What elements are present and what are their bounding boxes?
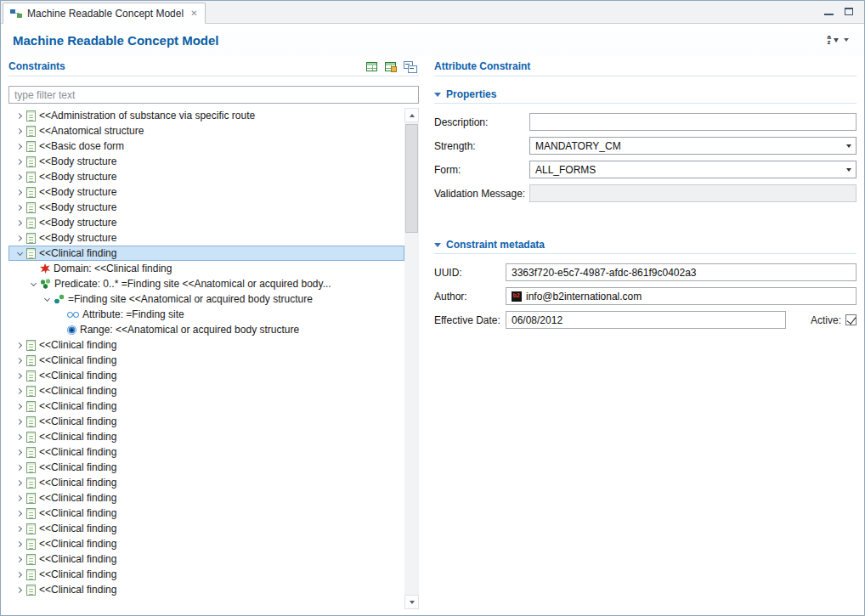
chevron-collapsed-icon[interactable] <box>14 435 25 439</box>
author-input[interactable]: info@b2international.com <box>506 287 857 305</box>
chevron-expanded-icon[interactable] <box>41 298 53 301</box>
tree-item[interactable]: <<Clinical finding <box>8 582 404 597</box>
tree-item[interactable]: <<Clinical finding <box>8 429 404 444</box>
chevron-expanded-icon[interactable] <box>27 283 39 285</box>
chevron-collapsed-icon[interactable] <box>14 557 25 562</box>
tree-item[interactable]: Range: <<Anatomical or acquired body str… <box>8 322 404 337</box>
tree-item[interactable]: Predicate: 0..* =Finding site <<Anatomic… <box>8 276 404 291</box>
uuid-row: UUID: <box>434 263 857 281</box>
tree-item[interactable]: <<Clinical finding <box>8 521 404 536</box>
chevron-collapsed-icon[interactable] <box>14 573 25 577</box>
tree-item[interactable]: <<Clinical finding <box>8 414 404 429</box>
tree-item[interactable]: <<Clinical finding <box>8 551 404 567</box>
scrollbar-thumb[interactable] <box>405 124 418 233</box>
chevron-collapsed-icon[interactable] <box>14 144 25 149</box>
tree-item[interactable]: <<Body structure <box>8 169 404 184</box>
chevron-collapsed-icon[interactable] <box>14 511 25 516</box>
tree-item[interactable]: <<Body structure <box>8 154 404 169</box>
filter-input[interactable] <box>8 86 419 104</box>
grid-tool-icon-1[interactable] <box>366 62 377 71</box>
tree-item[interactable]: <<Anatomical structure <box>8 123 404 138</box>
chevron-collapsed-icon[interactable] <box>14 221 25 225</box>
chevron-collapsed-icon[interactable] <box>14 588 25 592</box>
tree-item[interactable]: <<Clinical finding <box>8 383 404 398</box>
tree-item-label: <<Body structure <box>39 232 116 244</box>
constraints-panel-header: Constraints <box>8 57 419 76</box>
chevron-collapsed-icon[interactable] <box>14 129 25 133</box>
chevron-collapsed-icon[interactable] <box>14 343 25 348</box>
chevron-collapsed-icon[interactable] <box>14 496 25 500</box>
tree-item[interactable]: <<Clinical finding <box>8 368 404 383</box>
chevron-collapsed-icon[interactable] <box>14 190 25 195</box>
sort-button[interactable]: az <box>824 33 852 48</box>
chevron-collapsed-icon[interactable] <box>14 160 25 164</box>
validation-message-row: Validation Message: <box>434 184 857 202</box>
maximize-icon[interactable] <box>845 8 853 15</box>
uuid-input[interactable] <box>506 263 857 281</box>
tree-item[interactable]: <<Body structure <box>8 184 404 200</box>
tree-item[interactable]: <<Clinical finding <box>8 490 404 506</box>
constraint-metadata-section: Constraint metadata UUID: Author: info@b… <box>434 236 857 329</box>
tree-item[interactable]: <<Clinical finding <box>8 506 404 521</box>
tree-item[interactable]: <<Clinical finding <box>8 460 404 475</box>
active-checkbox[interactable] <box>845 314 857 325</box>
chevron-collapsed-icon[interactable] <box>14 236 25 240</box>
concept-icon <box>26 340 36 351</box>
chevron-collapsed-icon[interactable] <box>14 466 25 470</box>
properties-section-header: Properties <box>434 86 857 104</box>
close-icon[interactable]: ✕ <box>190 8 197 18</box>
tree-item-label: <<Clinical finding <box>39 247 116 259</box>
chevron-collapsed-icon[interactable] <box>14 374 25 378</box>
chevron-collapsed-icon[interactable] <box>14 175 25 179</box>
tree-item-label: <<Clinical finding <box>39 492 116 504</box>
tree-item-label: Attribute: =Finding site <box>82 308 184 320</box>
grid-tool-icon-2[interactable] <box>385 62 396 71</box>
chevron-collapsed-icon[interactable] <box>14 389 25 393</box>
tree-item[interactable]: <<Body structure <box>8 215 404 230</box>
tree-item[interactable]: =Finding site <<Anatomical or acquired b… <box>8 291 404 307</box>
tree-item[interactable]: <<Clinical finding <box>8 398 404 414</box>
chevron-collapsed-icon[interactable] <box>14 450 25 455</box>
tree-item[interactable]: <<Clinical finding <box>8 475 404 490</box>
strength-select[interactable]: MANDATORY_CM <box>529 137 857 155</box>
collapse-all-icon[interactable] <box>404 61 416 72</box>
attribute-constraint-panel: Attribute Constraint Properties Descript… <box>434 57 857 609</box>
twistie-expanded-icon[interactable] <box>434 93 441 97</box>
tree-item[interactable]: <<Clinical finding <box>8 444 404 460</box>
form-select[interactable]: ALL_FORMS <box>529 161 857 178</box>
chevron-collapsed-icon[interactable] <box>14 206 25 210</box>
chevron-expanded-icon[interactable] <box>14 252 25 255</box>
tree-item[interactable]: <<Clinical finding <box>8 337 404 353</box>
chevron-collapsed-icon[interactable] <box>14 359 25 363</box>
twistie-expanded-icon[interactable] <box>434 243 441 247</box>
tree-item-label: <<Clinical finding <box>39 553 116 565</box>
tree-item-label: Domain: <<Clinical finding <box>54 263 172 274</box>
tree-item[interactable]: <<Clinical finding <box>8 353 404 368</box>
validation-message-input <box>529 184 857 202</box>
chevron-collapsed-icon[interactable] <box>14 114 25 118</box>
tab-machine-readable-concept-model[interactable]: Machine Readable Concept Model ✕ <box>3 3 206 24</box>
tree-item[interactable]: <<Body structure <box>8 200 404 215</box>
tree-item[interactable]: Attribute: =Finding site <box>8 307 404 322</box>
tree-item[interactable]: <<Administration of substance via specif… <box>8 108 404 123</box>
scroll-up-icon[interactable] <box>404 108 419 122</box>
tree-item[interactable]: Domain: <<Clinical finding <box>8 261 404 276</box>
tree-item[interactable]: <<Basic dose form <box>8 138 404 154</box>
minimize-icon[interactable] <box>824 8 834 15</box>
tree-item[interactable]: <<Clinical finding <box>8 567 404 582</box>
chevron-collapsed-icon[interactable] <box>14 542 25 546</box>
chevron-collapsed-icon[interactable] <box>14 481 25 485</box>
vertical-scrollbar[interactable] <box>404 108 419 609</box>
description-input[interactable] <box>529 113 857 131</box>
scroll-down-icon[interactable] <box>404 595 419 609</box>
chevron-collapsed-icon[interactable] <box>14 527 25 531</box>
effective-date-input[interactable] <box>506 311 786 329</box>
tree-item[interactable]: <<Clinical finding <box>8 536 404 551</box>
tree-item-label: <<Clinical finding <box>39 415 116 427</box>
metadata-form: UUID: Author: info@b2international.com E… <box>434 254 857 329</box>
tree-item[interactable]: <<Body structure <box>8 230 404 246</box>
description-label: Description: <box>434 116 529 128</box>
chevron-collapsed-icon[interactable] <box>14 420 25 424</box>
chevron-collapsed-icon[interactable] <box>14 404 25 409</box>
tree-item[interactable]: <<Clinical finding <box>8 246 404 261</box>
